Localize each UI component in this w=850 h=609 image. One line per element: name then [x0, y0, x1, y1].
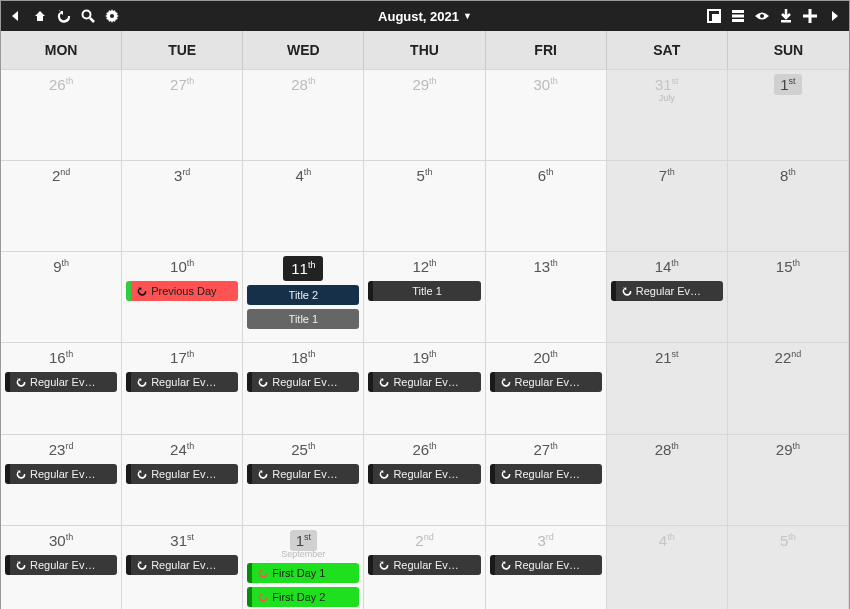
event[interactable]: Regular Ev…: [490, 464, 602, 484]
day-cell[interactable]: 3rd: [122, 160, 243, 251]
day-cell[interactable]: 13th: [486, 251, 607, 342]
month-picker[interactable]: August, 2021 ▼: [378, 9, 472, 24]
event[interactable]: Regular Ev…: [5, 372, 117, 392]
day-cell[interactable]: 9th: [1, 251, 122, 342]
day-cell[interactable]: 26th: [1, 69, 122, 160]
day-cell[interactable]: 1stSeptemberFirst Day 1First Day 2Regula…: [243, 525, 364, 609]
prev-arrow-icon[interactable]: [9, 9, 23, 23]
day-cell[interactable]: 31stRegular Ev…: [122, 525, 243, 609]
day-cell[interactable]: 18thRegular Ev…: [243, 342, 364, 433]
download-icon[interactable]: [779, 9, 793, 23]
day-cell[interactable]: 3rdRegular Ev…: [486, 525, 607, 609]
day-cell[interactable]: 10thPrevious Day: [122, 251, 243, 342]
svg-point-2: [110, 14, 114, 18]
day-number: 14th: [651, 256, 683, 277]
day-cell[interactable]: 26thRegular Ev…: [364, 434, 485, 525]
day-cell[interactable]: 11thTitle 2Title 1: [243, 251, 364, 342]
day-cell[interactable]: 12thTitle 1: [364, 251, 485, 342]
day-cell[interactable]: 7th: [607, 160, 728, 251]
event[interactable]: Regular Ev…: [126, 555, 238, 575]
day-number: 15th: [772, 256, 804, 277]
day-cell[interactable]: 28th: [607, 434, 728, 525]
day-cell[interactable]: 6th: [486, 160, 607, 251]
day-cell[interactable]: 14thRegular Ev…: [607, 251, 728, 342]
event-label: Regular Ev…: [393, 376, 458, 388]
event-label: Regular Ev…: [272, 376, 337, 388]
event[interactable]: Title 1: [368, 281, 480, 301]
event-label: Regular Ev…: [151, 559, 216, 571]
event-label: Regular Ev…: [151, 376, 216, 388]
day-number: 17th: [166, 347, 198, 368]
event[interactable]: Regular Ev…: [5, 464, 117, 484]
day-cell[interactable]: 8th: [728, 160, 849, 251]
event[interactable]: First Day 1: [247, 563, 359, 583]
calendar-grid: 26th27th28th29th30th31stJuly1st2nd3rd4th…: [1, 69, 849, 609]
event[interactable]: Regular Ev…: [490, 555, 602, 575]
day-cell[interactable]: 21st: [607, 342, 728, 433]
event[interactable]: Regular Ev…: [368, 464, 480, 484]
event[interactable]: Regular Ev…: [126, 464, 238, 484]
swap-icon[interactable]: [57, 9, 71, 23]
event[interactable]: Regular Ev…: [5, 555, 117, 575]
day-cell[interactable]: 2ndRegular Ev…: [364, 525, 485, 609]
search-icon[interactable]: [81, 9, 95, 23]
day-cell[interactable]: 24thRegular Ev…: [122, 434, 243, 525]
svg-rect-5: [732, 10, 744, 13]
day-cell[interactable]: 4th: [607, 525, 728, 609]
day-cell[interactable]: 16thRegular Ev…: [1, 342, 122, 433]
event[interactable]: Regular Ev…: [611, 281, 723, 301]
day-cell[interactable]: 30th: [486, 69, 607, 160]
day-cell[interactable]: 25thRegular Ev…: [243, 434, 364, 525]
event[interactable]: Title 1: [247, 309, 359, 329]
next-arrow-icon[interactable]: [827, 9, 841, 23]
day-number: 26th: [45, 74, 77, 95]
event[interactable]: Regular Ev…: [126, 372, 238, 392]
weekday-tue: TUE: [122, 31, 243, 69]
eye-icon[interactable]: [755, 9, 769, 23]
day-cell[interactable]: 20thRegular Ev…: [486, 342, 607, 433]
back-to-start-icon[interactable]: [33, 9, 47, 23]
day-number: 1st: [774, 74, 801, 95]
day-cell[interactable]: 4th: [243, 160, 364, 251]
day-cell[interactable]: 22nd: [728, 342, 849, 433]
event-label: Regular Ev…: [30, 376, 95, 388]
list-icon[interactable]: [731, 9, 745, 23]
event[interactable]: Regular Ev…: [368, 555, 480, 575]
day-cell[interactable]: 27thRegular Ev…: [486, 434, 607, 525]
event[interactable]: First Day 2: [247, 587, 359, 607]
day-cell[interactable]: 19thRegular Ev…: [364, 342, 485, 433]
event[interactable]: Previous Day: [126, 281, 238, 301]
svg-rect-9: [781, 20, 791, 23]
day-cell[interactable]: 15th: [728, 251, 849, 342]
day-cell[interactable]: 28th: [243, 69, 364, 160]
day-cell[interactable]: 5th: [364, 160, 485, 251]
day-cell[interactable]: 29th: [728, 434, 849, 525]
event[interactable]: Regular Ev…: [368, 372, 480, 392]
event-label: Regular Ev…: [515, 468, 580, 480]
svg-rect-7: [732, 19, 744, 22]
event[interactable]: Regular Ev…: [490, 372, 602, 392]
chevron-down-icon: ▼: [463, 11, 472, 21]
event[interactable]: Regular Ev…: [247, 464, 359, 484]
layout-icon[interactable]: [707, 9, 721, 23]
add-icon[interactable]: [803, 9, 817, 23]
day-cell[interactable]: 1st: [728, 69, 849, 160]
day-cell[interactable]: 30thRegular Ev…: [1, 525, 122, 609]
day-cell[interactable]: 2nd: [1, 160, 122, 251]
event[interactable]: Title 2: [247, 285, 359, 305]
day-number: 4th: [655, 530, 679, 551]
event-label: Regular Ev…: [30, 468, 95, 480]
day-cell[interactable]: 23rdRegular Ev…: [1, 434, 122, 525]
gear-icon[interactable]: [105, 9, 119, 23]
day-cell[interactable]: 29th: [364, 69, 485, 160]
toolbar: August, 2021 ▼: [1, 1, 849, 31]
event[interactable]: Regular Ev…: [247, 372, 359, 392]
day-cell[interactable]: 17thRegular Ev…: [122, 342, 243, 433]
day-number: 9th: [49, 256, 73, 277]
day-number: 28th: [287, 74, 319, 95]
day-number: 27th: [166, 74, 198, 95]
day-cell[interactable]: 31stJuly: [607, 69, 728, 160]
day-cell[interactable]: 5th: [728, 525, 849, 609]
svg-point-8: [760, 14, 764, 18]
day-cell[interactable]: 27th: [122, 69, 243, 160]
